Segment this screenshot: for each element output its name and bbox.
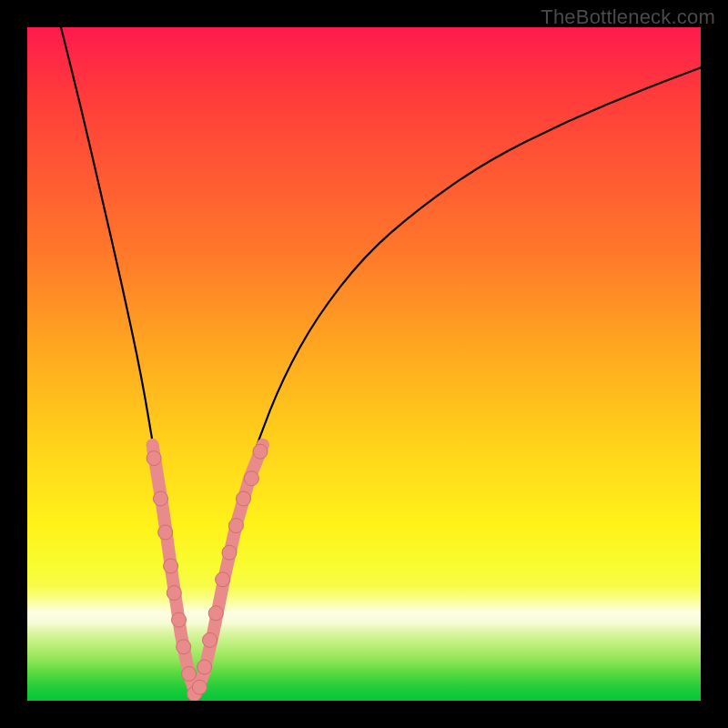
- data-point-marker: [228, 519, 243, 533]
- data-point-marker: [167, 586, 181, 601]
- data-point-marker: [216, 572, 230, 587]
- watermark-text: TheBottleneck.com: [541, 5, 715, 29]
- data-point-marker: [177, 640, 191, 654]
- chart-svg: [27, 27, 701, 701]
- data-point-marker: [164, 559, 178, 573]
- data-point-marker: [158, 525, 173, 540]
- data-point-marker: [147, 451, 161, 466]
- data-point-marker: [182, 666, 197, 681]
- data-point-marker: [203, 632, 217, 647]
- data-point-marker: [253, 444, 268, 459]
- data-point-marker: [172, 612, 187, 627]
- data-point-marker: [154, 491, 168, 506]
- plot-area: [27, 27, 701, 701]
- data-point-marker: [237, 491, 251, 506]
- data-point-marker: [192, 680, 207, 694]
- data-point-marker: [197, 660, 212, 674]
- data-point-marker: [208, 606, 223, 621]
- chart-frame: TheBottleneck.com: [0, 0, 728, 728]
- data-point-marker: [244, 471, 258, 486]
- data-point-marker: [222, 545, 237, 560]
- bottleneck-curve: [61, 27, 701, 686]
